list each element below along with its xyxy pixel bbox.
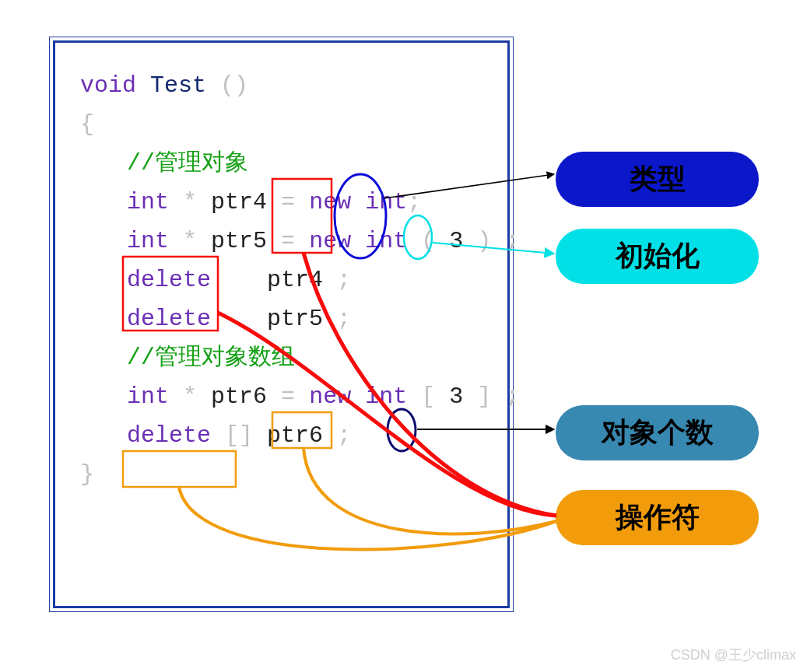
line-delete-ptr6: delete [] ptr6 ; [65,416,498,455]
pill-type: 类型 [556,152,759,207]
new-3: new [309,383,351,410]
fn-test: Test [150,72,206,99]
watermark: CSDN @王少climax [671,646,796,664]
pill-op: 操作符 [556,490,759,545]
code-frame: void Test () { //管理对象 int * ptr4 = new i… [53,40,510,608]
line-delete-ptr5: delete··· ptr5 ; [65,299,498,338]
brace-open: { [65,105,498,144]
new-2: new [309,228,351,254]
sig-paren: () [220,72,248,99]
type-int-1: int [365,189,407,215]
pill-count: 对象个数 [556,405,759,460]
comment-arrays: //管理对象数组 [65,338,498,377]
delete-1: delete [127,267,211,293]
type-int-2: int [365,228,407,254]
delete-2: delete [127,306,211,332]
diagram-stage: void Test () { //管理对象 int * ptr4 = new i… [0,0,807,672]
count-3: 3 [449,383,463,410]
line-delete-ptr4: delete··· ptr4 ; [65,261,498,299]
init-3: 3 [449,228,463,254]
brace-close: } [65,455,498,494]
line-ptr6: int * ptr6 = new int [ 3 ] ; [65,377,498,416]
line-ptr4: int * ptr4 = new int; [65,183,498,222]
line-ptr5: int * ptr5 = new int ( 3 ) ; [65,222,498,261]
line-signature: void Test () [65,66,498,105]
delete-3: delete [127,422,211,449]
pill-init: 初始化 [556,229,759,284]
code-block: void Test () { //管理对象 int * ptr4 = new i… [65,66,498,494]
new-1: new [309,189,351,215]
comment-objects: //管理对象 [65,144,498,183]
kw-void: void [80,72,136,99]
